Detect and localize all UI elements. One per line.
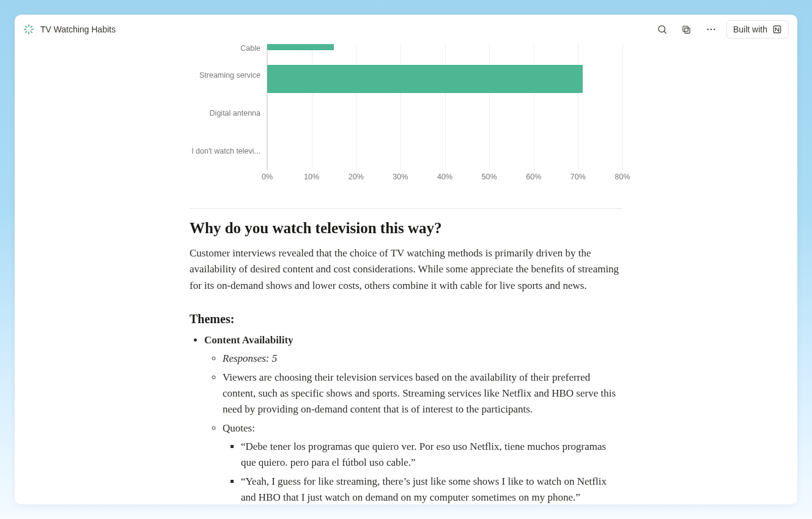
chart-x-tick: 30%: [393, 173, 408, 181]
document-body: Cable Streaming service Digital antenna …: [15, 44, 797, 504]
chart-x-tick: 70%: [570, 173, 586, 181]
chart-bar: [267, 44, 334, 50]
page-title: TV Watching Habits: [40, 24, 116, 34]
page-container: TV Watching Habits Built with: [15, 15, 797, 504]
chart-x-tick: 60%: [526, 173, 541, 181]
chart-x-tick: 80%: [615, 173, 630, 181]
app-logo-icon: [23, 24, 34, 35]
chart-category-label: Cable: [240, 44, 260, 56]
more-options-button[interactable]: [702, 20, 720, 39]
chart-category-label: Digital antenna: [210, 94, 260, 132]
svg-line-9: [664, 31, 666, 33]
chart: Cable Streaming service Digital antenna …: [190, 44, 622, 170]
svg-point-14: [714, 29, 715, 31]
chart-x-tick: 20%: [349, 173, 364, 181]
theme-name: Content Availability: [204, 334, 293, 346]
section-body: Customer interviews revealed that the ch…: [190, 245, 622, 294]
built-with-label: Built with: [733, 24, 767, 34]
svg-rect-10: [685, 28, 690, 33]
theme-summary: Viewers are choosing their television se…: [223, 370, 622, 418]
chart-plot-area: 0%10%20%30%40%50%60%70%80%: [267, 44, 622, 170]
svg-point-8: [659, 26, 665, 32]
svg-point-12: [707, 29, 709, 31]
svg-line-6: [26, 31, 27, 32]
theme-quote: “Yeah, I guess for like streaming, there…: [241, 474, 622, 504]
svg-line-4: [26, 26, 27, 28]
themes-heading: Themes:: [190, 312, 622, 326]
duplicate-button[interactable]: [677, 20, 696, 39]
section-heading: Why do you watch television this way?: [190, 220, 622, 237]
theme-quotes-label: Quotes:: [223, 422, 255, 434]
svg-line-5: [31, 31, 32, 32]
chart-category-label: Streaming service: [199, 56, 260, 94]
divider: [190, 208, 622, 209]
chart-x-tick: 10%: [304, 173, 319, 181]
theme-responses: Responses: 5: [223, 353, 277, 364]
chart-x-tick: 50%: [482, 173, 497, 181]
chart-bar: [267, 65, 583, 93]
svg-line-7: [31, 26, 32, 28]
svg-point-13: [711, 29, 712, 31]
topbar: TV Watching Habits Built with: [15, 15, 797, 44]
chart-category-label: I don't watch televi...: [191, 132, 260, 170]
chart-x-tick: 0%: [262, 173, 273, 181]
built-with-button[interactable]: Built with: [726, 20, 789, 39]
chart-x-tick: 40%: [437, 173, 452, 181]
search-button[interactable]: [653, 20, 671, 39]
notion-icon: [772, 24, 782, 34]
themes-list: Content Availability Responses: 5 Viewer…: [190, 332, 622, 504]
theme-quote: “Debe tener los programas que quiero ver…: [241, 439, 622, 471]
svg-rect-11: [683, 26, 688, 31]
